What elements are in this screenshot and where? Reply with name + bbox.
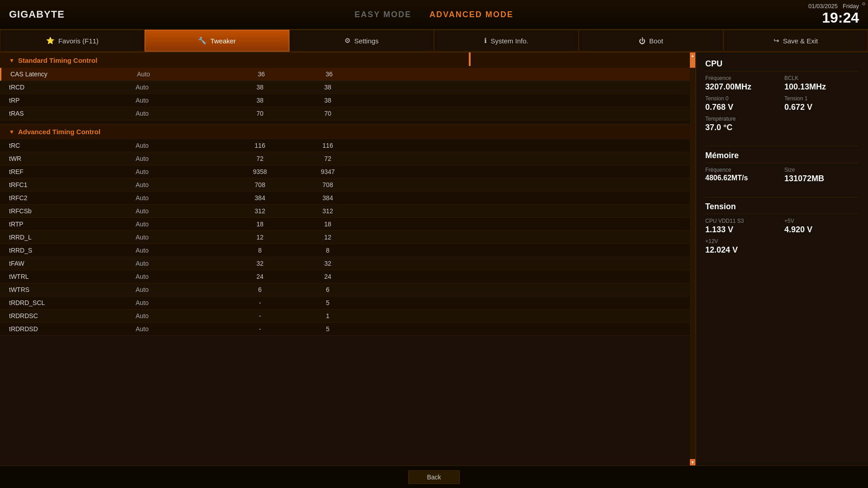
tab-settings-label: Settings bbox=[354, 37, 378, 45]
param-name: tRC bbox=[9, 142, 136, 149]
cpu-tension1-value: 0.672 V bbox=[784, 103, 859, 112]
param-value: Auto bbox=[136, 110, 226, 117]
arrow-icon: ▼ bbox=[9, 129, 14, 135]
col2-value: 384 bbox=[294, 194, 362, 202]
table-row[interactable]: tRFCSb Auto 312 312 bbox=[0, 205, 695, 218]
mem-size-value: 131072MB bbox=[784, 174, 859, 183]
datetime-display: 01/03/2025 Friday 19:24 bbox=[808, 3, 859, 26]
col2-value: 116 bbox=[294, 142, 362, 149]
cpu-temp-value: 37.0 °C bbox=[705, 123, 859, 132]
standard-timing-header: ▼ Standard Timing Control bbox=[0, 52, 695, 68]
tab-boot[interactable]: ⏻ Boot bbox=[579, 30, 723, 52]
param-name: tRP bbox=[9, 97, 136, 104]
table-row[interactable]: tRFC2 Auto 384 384 bbox=[0, 192, 695, 205]
table-row[interactable]: tRRD_S Auto 8 8 bbox=[0, 244, 695, 257]
easy-mode-button[interactable]: EASY MODE bbox=[354, 10, 411, 19]
mem-size-label: Size bbox=[784, 167, 859, 173]
cpu-freq-item: Fréquence 3207.00MHz bbox=[705, 75, 780, 92]
back-label: Back bbox=[427, 474, 441, 481]
col1-value: 6 bbox=[226, 286, 294, 293]
param-value: Auto bbox=[136, 325, 226, 333]
param-value: Auto bbox=[136, 273, 226, 280]
table-row[interactable]: tWTRL Auto 24 24 bbox=[0, 270, 695, 283]
star-icon: ⭐ bbox=[46, 37, 55, 45]
param-name: tFAW bbox=[9, 260, 136, 267]
param-name: tWTRL bbox=[9, 273, 136, 280]
table-row[interactable]: tWR Auto 72 72 bbox=[0, 152, 695, 165]
col1-value: 12 bbox=[226, 234, 294, 241]
scroll-down-arrow[interactable]: ▼ bbox=[690, 459, 695, 465]
table-row[interactable]: tRDRD_SCL Auto - 5 bbox=[0, 296, 695, 310]
cpu-bclk-item: BCLK 100.13MHz bbox=[784, 75, 859, 92]
col2-value: 312 bbox=[294, 207, 362, 215]
scrollbar-thumb[interactable] bbox=[690, 59, 695, 68]
right-panel: CPU Fréquence 3207.00MHz BCLK 100.13MHz … bbox=[696, 52, 868, 465]
time-display: 19:24 bbox=[808, 9, 859, 26]
tab-system-info[interactable]: ℹ System Info. bbox=[434, 30, 579, 52]
param-name: tRFC1 bbox=[9, 181, 136, 188]
col1-value: 312 bbox=[226, 207, 294, 215]
table-row[interactable]: tRDRDSD Auto - 5 bbox=[0, 323, 695, 336]
col2-value: 36 bbox=[295, 70, 363, 78]
table-row[interactable]: tRC Auto 116 116 bbox=[0, 139, 695, 152]
cpu-vdd-value: 1.133 V bbox=[705, 225, 780, 235]
param-value: Auto bbox=[136, 97, 226, 104]
col2-value: 38 bbox=[294, 84, 362, 91]
table-row[interactable]: tWTRS Auto 6 6 bbox=[0, 283, 695, 296]
tab-tweaker[interactable]: 🔧 Tweaker bbox=[145, 30, 289, 52]
advanced-timing-header: ▼ Advanced Timing Control bbox=[0, 124, 695, 139]
table-row[interactable]: tRDRDSC Auto - 1 bbox=[0, 310, 695, 323]
nav-tabs: ⭐ Favoris (F11) 🔧 Tweaker ⚙ Settings ℹ S… bbox=[0, 30, 868, 52]
param-value: Auto bbox=[136, 234, 226, 241]
mem-size-item: Size 131072MB bbox=[784, 167, 859, 183]
cpu-freq-label: Fréquence bbox=[705, 75, 780, 81]
scrollbar[interactable]: ▲ ▼ bbox=[690, 52, 695, 465]
table-row[interactable]: tRTP Auto 18 18 bbox=[0, 218, 695, 231]
cpu-tension0-item: Tension 0 0.768 V bbox=[705, 95, 780, 112]
mem-freq-item: Fréquence 4806.62MT/s bbox=[705, 167, 780, 183]
col2-value: 70 bbox=[294, 110, 362, 117]
col2-value: 24 bbox=[294, 273, 362, 280]
table-row[interactable]: tRAS Auto 70 70 bbox=[0, 107, 695, 120]
table-row[interactable]: tFAW Auto 32 32 bbox=[0, 257, 695, 270]
col1-value: 384 bbox=[226, 194, 294, 202]
header: GIGABYTE EASY MODE ADVANCED MODE 01/03/2… bbox=[0, 0, 868, 30]
logo: GIGABYTE bbox=[0, 9, 74, 20]
table-row[interactable]: tRFC1 Auto 708 708 bbox=[0, 178, 695, 192]
table-row[interactable]: tREF Auto 9358 9347 bbox=[0, 165, 695, 178]
scroll-up-arrow[interactable]: ▲ bbox=[690, 52, 695, 59]
mem-freq-value: 4806.62MT/s bbox=[705, 174, 780, 182]
info-icon: ℹ bbox=[484, 37, 487, 45]
gear-icon: ⚙ bbox=[344, 37, 350, 45]
table-row[interactable]: CAS Latency Auto 36 36 bbox=[0, 68, 695, 81]
wrench-icon: 🔧 bbox=[198, 37, 207, 45]
param-name: tRAS bbox=[9, 110, 136, 117]
param-name: tRCD bbox=[9, 84, 136, 91]
table-row[interactable]: tRCD Auto 38 38 bbox=[0, 81, 695, 94]
tab-save-exit[interactable]: ↪ Save & Exit bbox=[723, 30, 868, 52]
col1-value: 70 bbox=[226, 110, 294, 117]
arrow-icon: ▼ bbox=[9, 57, 14, 64]
tab-favoris-label: Favoris (F11) bbox=[58, 37, 99, 45]
col2-value: 5 bbox=[294, 325, 362, 333]
cpu-tension0-label: Tension 0 bbox=[705, 95, 780, 102]
advanced-mode-button[interactable]: ADVANCED MODE bbox=[429, 10, 514, 19]
table-row[interactable]: tRP Auto 38 38 bbox=[0, 94, 695, 107]
param-value: Auto bbox=[136, 181, 226, 188]
tab-boot-label: Boot bbox=[649, 37, 663, 45]
back-button[interactable]: Back bbox=[408, 470, 459, 484]
standard-timing-title: Standard Timing Control bbox=[18, 56, 98, 64]
main-content: ▼ Standard Timing Control CAS Latency Au… bbox=[0, 52, 868, 465]
col2-value: 708 bbox=[294, 181, 362, 188]
exit-icon: ↪ bbox=[774, 37, 779, 45]
tab-favoris[interactable]: ⭐ Favoris (F11) bbox=[0, 30, 145, 52]
cpu-tension1-item: Tension 1 0.672 V bbox=[784, 95, 859, 112]
col1-value: 116 bbox=[226, 142, 294, 149]
tab-settings[interactable]: ⚙ Settings bbox=[289, 30, 434, 52]
table-row[interactable]: tRRD_L Auto 12 12 bbox=[0, 231, 695, 244]
param-value: Auto bbox=[136, 260, 226, 267]
param-name: tRFCSb bbox=[9, 207, 136, 215]
param-name: tRTP bbox=[9, 221, 136, 228]
param-value: Auto bbox=[136, 221, 226, 228]
param-name: tWTRS bbox=[9, 286, 136, 293]
